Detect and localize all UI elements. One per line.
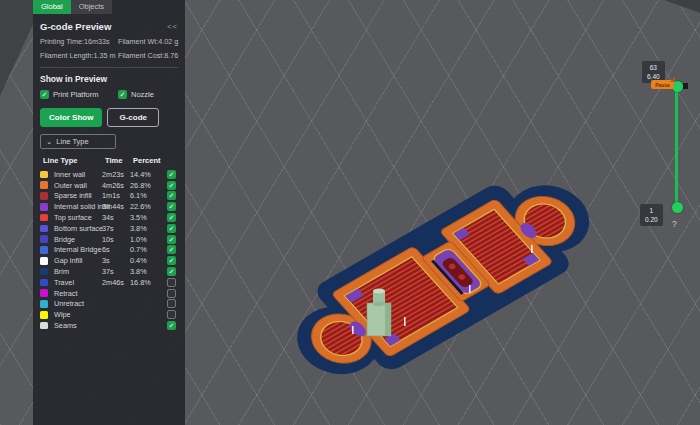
row-label: Inner wall	[54, 170, 102, 179]
row-visibility-checkbox[interactable]: ✓	[167, 256, 176, 265]
line-type-color-swatch	[40, 203, 48, 211]
row-visibility-checkbox[interactable]	[167, 289, 176, 298]
table-row[interactable]: Internal solid infill3m44s22.6%✓	[40, 201, 178, 212]
panel-title: G-code Preview	[40, 21, 111, 32]
line-type-dropdown[interactable]: ⌄ Line Type	[40, 134, 116, 149]
table-row[interactable]: Retract	[40, 288, 178, 299]
table-row[interactable]: Bottom surface37s3.8%✓	[40, 223, 178, 234]
row-time: 3m44s	[102, 202, 130, 211]
row-visibility-checkbox[interactable]: ✓	[167, 321, 176, 330]
row-label: Internal solid infill	[54, 202, 102, 211]
gcode-preview-panel: Global Objects G-code Preview << Printin…	[33, 0, 185, 425]
row-visibility-checkbox[interactable]	[167, 310, 176, 319]
table-row[interactable]: Seams✓	[40, 320, 178, 331]
row-visibility-checkbox[interactable]	[167, 299, 176, 308]
panel-tabs: Global Objects	[33, 0, 185, 14]
badge-fold	[670, 77, 675, 82]
row-time: 4m26s	[102, 181, 130, 190]
help-icon[interactable]: ?	[672, 219, 677, 229]
row-percent: 3.8%	[130, 267, 164, 276]
pause-marker-label: Pause	[655, 82, 670, 88]
row-label: Bottom surface	[54, 224, 102, 233]
layer-slider-track[interactable]	[675, 86, 678, 207]
line-type-table-header: Line Type Time Percent	[40, 154, 178, 169]
table-row[interactable]: Unretract	[40, 299, 178, 310]
table-row[interactable]: Inner wall2m23s14.4%✓	[40, 169, 178, 180]
row-visibility-checkbox[interactable]	[167, 278, 176, 287]
print-platform-checkbox[interactable]: ✓	[40, 90, 49, 99]
row-visibility-checkbox[interactable]: ✓	[167, 191, 176, 200]
row-label: Internal Bridge	[54, 245, 102, 254]
row-label: Sparse infill	[54, 191, 102, 200]
table-row[interactable]: Brim37s3.8%✓	[40, 266, 178, 277]
row-visibility-checkbox[interactable]: ✓	[167, 245, 176, 254]
row-time: 10s	[102, 235, 130, 244]
print-platform-option[interactable]: ✓ Print Platform	[40, 90, 118, 99]
row-time: 37s	[102, 224, 130, 233]
row-visibility-checkbox[interactable]: ✓	[167, 213, 176, 222]
table-row[interactable]: Top surface34s3.5%✓	[40, 212, 178, 223]
tab-objects[interactable]: Objects	[71, 0, 112, 14]
row-visibility-checkbox[interactable]: ✓	[167, 202, 176, 211]
row-label: Wipe	[54, 310, 102, 319]
tab-global[interactable]: Global	[33, 0, 71, 14]
table-row[interactable]: Internal Bridge6s0.7%✓	[40, 245, 178, 256]
line-type-color-swatch	[40, 257, 48, 265]
filament-length: Filament Length:1.35 m	[40, 51, 118, 60]
line-type-color-swatch	[40, 246, 48, 254]
row-visibility-checkbox[interactable]: ✓	[167, 181, 176, 190]
line-type-dropdown-label: Line Type	[56, 137, 88, 146]
row-percent: 6.1%	[130, 191, 164, 200]
row-visibility-checkbox[interactable]: ✓	[167, 170, 176, 179]
nozzle-option[interactable]: ✓ Nozzle	[118, 90, 178, 99]
line-type-color-swatch	[40, 225, 48, 233]
collapse-panel-icon[interactable]: <<	[167, 22, 178, 31]
row-percent: 22.6%	[130, 202, 164, 211]
row-time: 1m1s	[102, 191, 130, 200]
table-row[interactable]: Travel2m46s16.8%	[40, 277, 178, 288]
chevron-down-icon: ⌄	[46, 137, 52, 146]
row-visibility-checkbox[interactable]: ✓	[167, 267, 176, 276]
line-type-color-swatch	[40, 322, 48, 330]
filament-cost: Filament Cost:8.76	[118, 51, 178, 60]
table-row[interactable]: Bridge10s1.0%✓	[40, 234, 178, 245]
row-visibility-checkbox[interactable]: ✓	[167, 235, 176, 244]
line-type-color-swatch	[40, 311, 48, 319]
row-percent: 16.8%	[130, 278, 164, 287]
line-type-color-swatch	[40, 181, 48, 189]
row-label: Outer wall	[54, 181, 102, 190]
line-type-rows: Inner wall2m23s14.4%✓Outer wall4m26s26.8…	[40, 169, 178, 331]
layer-number: 63	[647, 63, 660, 72]
table-row[interactable]: Wipe	[40, 309, 178, 320]
layer-number: 1	[645, 206, 658, 215]
row-percent: 1.0%	[130, 235, 164, 244]
row-label: Seams	[54, 321, 102, 330]
line-type-color-swatch	[40, 300, 48, 308]
slider-tick	[683, 83, 688, 89]
row-visibility-checkbox[interactable]: ✓	[167, 224, 176, 233]
table-row[interactable]: Sparse infill1m1s6.1%✓	[40, 191, 178, 202]
row-label: Travel	[54, 278, 102, 287]
row-percent: 3.5%	[130, 213, 164, 222]
nozzle-checkbox[interactable]: ✓	[118, 90, 127, 99]
color-show-button[interactable]: Color Show	[40, 108, 102, 127]
divider	[40, 67, 178, 68]
layer-slider-handle-bottom[interactable]	[672, 202, 683, 213]
show-in-preview-title: Show in Preview	[40, 74, 178, 84]
layer-height: 0.20	[645, 215, 658, 224]
row-time: 2m46s	[102, 278, 130, 287]
line-type-color-swatch	[40, 279, 48, 287]
row-label: Bridge	[54, 235, 102, 244]
viewport-3d[interactable]: 63 6.40 1 0.20 Pause ? Global Objects G-…	[0, 0, 700, 425]
table-row[interactable]: Outer wall4m26s26.8%✓	[40, 180, 178, 191]
table-row[interactable]: Gap infill3s0.4%✓	[40, 255, 178, 266]
row-percent: 0.4%	[130, 256, 164, 265]
pause-marker-badge[interactable]: Pause	[651, 80, 674, 89]
row-percent: 26.8%	[130, 181, 164, 190]
line-type-color-swatch	[40, 235, 48, 243]
row-time: 3s	[102, 256, 130, 265]
row-label: Brim	[54, 267, 102, 276]
nozzle-label: Nozzle	[131, 90, 154, 99]
gcode-button[interactable]: G-code	[107, 108, 159, 127]
printing-time: Printing Time:16m33s	[40, 37, 118, 46]
